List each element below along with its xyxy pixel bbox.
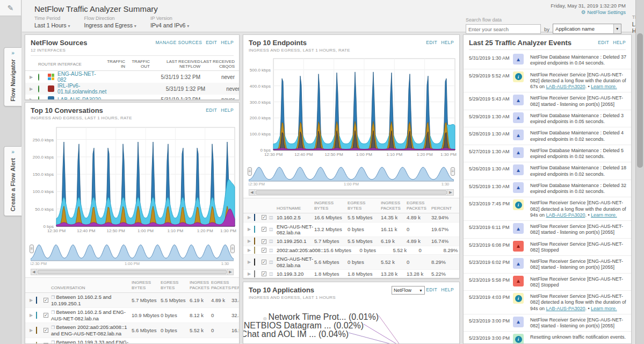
edit-link[interactable]: EDIT: [426, 40, 437, 45]
series-checkbox[interactable]: ✓: [262, 239, 266, 244]
scroll-left-arrow-icon[interactable]: ◀: [31, 269, 37, 275]
edit-link[interactable]: EDIT: [426, 287, 437, 292]
row-expand-icon[interactable]: ▶: [248, 260, 254, 265]
search-by-label: by: [544, 26, 549, 34]
edit-link[interactable]: EDIT: [206, 108, 217, 113]
series-color-swatch: [254, 238, 262, 244]
filter-dropdown[interactable]: IPv4 and IPv6 ▾: [150, 22, 189, 28]
filter-time-period: Time PeriodLast 1 Hours ▾: [34, 16, 70, 28]
view-details-icon[interactable]: ❐: [51, 325, 56, 330]
hostname-link[interactable]: 10.160.2.5: [277, 214, 314, 220]
flow-type-select[interactable]: NetFlow▼: [392, 286, 425, 295]
hostname-link[interactable]: 2002:aa0:205:a008::1: [277, 247, 326, 253]
series-checkbox[interactable]: ✓: [262, 227, 266, 232]
row-expand-icon[interactable]: ▶: [248, 227, 254, 232]
event-row: 5/29/2019 1:30 AMNetFlow Database Mainte…: [464, 110, 631, 128]
search-by-select[interactable]: Application name▼: [553, 24, 621, 34]
range-handle-right[interactable]: [451, 167, 455, 176]
hostname-link[interactable]: 10.199.3.20: [277, 271, 314, 277]
filter-dropdown[interactable]: Last 1 Hours ▾: [34, 22, 70, 28]
event-node-link[interactable]: LAB-AUS-PA3020: [546, 306, 585, 311]
panel-links: MANAGE SOURCESEDITHELP: [151, 40, 234, 45]
search-input[interactable]: [466, 24, 541, 34]
row-expand-icon[interactable]: ▶: [30, 87, 38, 91]
source-node-link[interactable]: ENG-AUS-NET-082: [57, 71, 102, 83]
help-link[interactable]: HELP: [221, 108, 234, 113]
help-link[interactable]: HELP: [441, 40, 454, 45]
top10-applications-panel: Top 10 Applications INGRESS AND EGRESS, …: [243, 282, 460, 344]
manage-sources-link[interactable]: MANAGE SOURCES: [155, 40, 202, 45]
endp-table-header-row: HOSTNAMEINGRESSBYTESEGRESSBYTESINGRESSPA…: [243, 198, 459, 213]
series-checkbox[interactable]: ✓: [262, 215, 266, 220]
series-checkbox[interactable]: ✓: [262, 260, 266, 264]
row-expand-icon[interactable]: ▶: [30, 97, 38, 100]
help-link[interactable]: HELP: [613, 40, 626, 45]
table-row: ▶IRL-IPv6-01.tul.solarwinds.net5/31/19 1…: [25, 83, 239, 95]
event-message: NetFlow Receiver Service [ENG-AUS-NET-08…: [530, 71, 627, 90]
view-details-icon[interactable]: ❐: [51, 295, 56, 300]
page-header: NetFlow Traffic Analyzer Summary Friday,…: [22, 0, 635, 32]
hostname-link[interactable]: 10.199.250.1: [277, 238, 314, 244]
hostname-link[interactable]: ENG-AUS-NET-082.lab.na: [277, 256, 314, 268]
range-handle-left[interactable]: [248, 167, 252, 176]
page-scrollbar-thumb[interactable]: [637, 33, 643, 168]
series-color-swatch: [254, 226, 262, 232]
series-checkbox[interactable]: ✓: [262, 248, 266, 253]
row-expand-icon[interactable]: ▶: [30, 313, 36, 318]
learn-more-link[interactable]: Learn more.: [591, 306, 617, 311]
table-row: ▶✓❐ Between 10.160.2.5 and 10.199.250.15…: [25, 293, 239, 308]
scroll-right-arrow-icon[interactable]: ▶: [447, 190, 453, 195]
help-link[interactable]: HELP: [221, 40, 234, 45]
table-row: ▶✓❐ Between 10.199.3.33 and ENG-AUS-NET-…: [25, 338, 239, 344]
event-node-link[interactable]: LAB-AUS-PA3020: [546, 84, 585, 89]
source-node-link[interactable]: IRL-IPv6-01.tul.solarwinds.net: [57, 83, 106, 95]
row-expand-icon[interactable]: ▶: [248, 239, 254, 244]
conversations-hscrollbar[interactable]: ◀ ▶: [31, 269, 234, 275]
learn-more-link[interactable]: Learn more.: [591, 84, 617, 89]
page-scrollbar[interactable]: [635, 0, 644, 344]
conversation-link[interactable]: ❐ Between 10.160.2.5 and ENG-AUS-NET-082…: [51, 309, 132, 321]
svg-text:12:30 PM: 12:30 PM: [31, 261, 47, 266]
scroll-right-arrow-icon[interactable]: ▶: [227, 269, 233, 275]
svg-text:300.0 kbps: 300.0 kbps: [250, 100, 271, 105]
row-expand-icon[interactable]: ▶: [30, 75, 38, 80]
event-row: 5/23/2019 6:08 PMNetFlow Receiver Servic…: [464, 239, 631, 256]
source-node-link[interactable]: LAB-AUS-PA3020: [57, 97, 102, 100]
row-expand-icon[interactable]: ▶: [248, 248, 254, 253]
event-row: 5/29/2019 5:43 AMNetFlow Receiver Servic…: [464, 92, 631, 110]
scroll-thumb[interactable]: [38, 270, 227, 274]
edit-link[interactable]: EDIT: [206, 40, 217, 45]
row-expand-icon[interactable]: ▶: [30, 298, 36, 303]
row-expand-icon[interactable]: ▶: [248, 215, 254, 220]
scroll-thumb[interactable]: [256, 190, 447, 195]
series-color-swatch: [36, 327, 44, 333]
endpoints-hscrollbar[interactable]: ◀ ▶: [249, 189, 454, 196]
conversation-link[interactable]: ❐ Between 2002:aa0:205:a008::1 and ENG-A…: [51, 324, 132, 336]
hostname-link[interactable]: ENG-AUS-NET-082.lab.na: [277, 224, 314, 236]
conversation-link[interactable]: ❐ Between 10.160.2.5 and 10.199.250.1: [51, 294, 132, 306]
edit-link[interactable]: EDIT: [598, 40, 609, 45]
tab-create-flow-alert[interactable]: » Create a Flow Alert: [4, 146, 21, 216]
view-details-icon[interactable]: ❐: [51, 340, 56, 344]
scroll-left-arrow-icon[interactable]: ◀: [249, 190, 255, 195]
range-handle-right[interactable]: [230, 245, 235, 253]
event-node-link[interactable]: LAB-AUS-PA3020: [546, 212, 585, 218]
filter-dropdown[interactable]: Ingress and Egress ▾: [84, 22, 136, 28]
series-checkbox[interactable]: ✓: [44, 298, 48, 303]
series-checkbox[interactable]: ✓: [44, 328, 48, 333]
series-checkbox[interactable]: ✓: [262, 271, 266, 276]
event-info-icon: i: [513, 199, 524, 210]
node-type-icon: [48, 96, 57, 100]
learn-more-link[interactable]: Learn more.: [591, 212, 617, 218]
conversation-link[interactable]: ❐ Between 10.199.3.33 and ENG-AUS-NET-08…: [51, 339, 132, 344]
row-expand-icon[interactable]: ▶: [248, 271, 254, 277]
help-link[interactable]: HELP: [441, 287, 454, 292]
series-checkbox[interactable]: ✓: [44, 313, 48, 318]
edit-page-pencil-icon[interactable]: ✎: [0, 0, 21, 16]
row-expand-icon[interactable]: ▶: [30, 328, 36, 333]
svg-text:1:20 PM: 1:20 PM: [197, 228, 213, 233]
range-handle-left[interactable]: [30, 245, 34, 253]
sources-header-row: ROUTERINTERFACETRAFFICINTRAFFICOUTLAST R…: [25, 58, 239, 71]
tab-flow-navigator[interactable]: » Flow Navigator: [4, 47, 21, 106]
view-details-icon[interactable]: ❐: [51, 310, 56, 315]
